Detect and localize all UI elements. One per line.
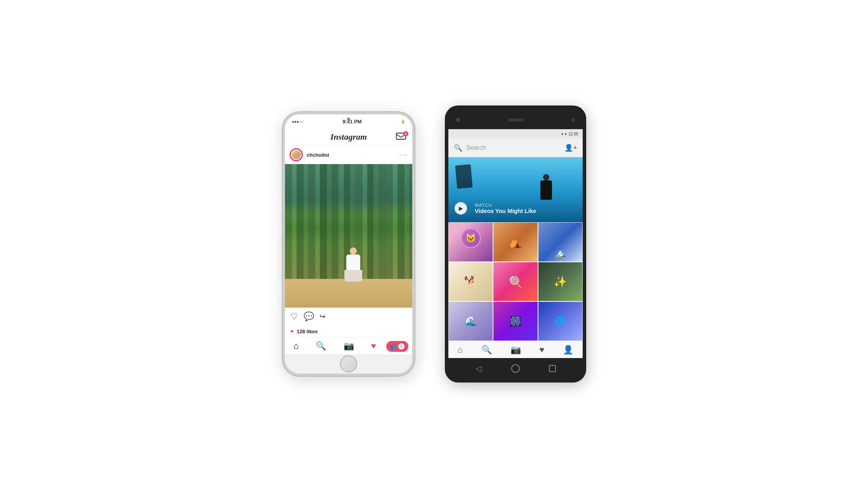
nav-search-button[interactable]: 🔍 bbox=[316, 341, 326, 351]
iphone-signal: ●●●○○ bbox=[292, 119, 304, 124]
post-more-button[interactable]: ··· bbox=[399, 151, 408, 159]
iphone-home-bar bbox=[285, 354, 412, 374]
iphone-home-button[interactable] bbox=[340, 355, 357, 372]
post-username: chchoitoi bbox=[307, 152, 396, 158]
android-time: 12:30 bbox=[568, 132, 578, 136]
share-button[interactable]: ↪ bbox=[319, 312, 325, 321]
nav-heart-button[interactable]: ♥ bbox=[371, 341, 376, 351]
grid-row-1: 🐱 ⛺ 🏔️ bbox=[448, 222, 583, 262]
iphone-power-btn bbox=[414, 169, 415, 192]
likes-heart: ♥ bbox=[290, 328, 293, 334]
android-device: ▾ ▾ 12:30 🔍 Search 👤+ ▶ bbox=[446, 106, 585, 382]
post-actions-bar: ♡ 💬 ↪ bbox=[285, 308, 412, 325]
iphone-vol-down-btn bbox=[283, 179, 283, 193]
inbox-badge: 2 bbox=[403, 131, 408, 137]
android-nav-profile[interactable]: 👤 bbox=[563, 345, 573, 355]
android-ig-nav: ⌂ 🔍 📷 ♥ 👤 bbox=[448, 341, 583, 358]
watch-play-button[interactable]: ▶ bbox=[455, 202, 467, 215]
android-nav-camera[interactable]: 📷 bbox=[510, 345, 521, 355]
follow-badge: 1 bbox=[398, 343, 404, 350]
iphone-vol-up-btn bbox=[283, 161, 283, 175]
grid-cell-6[interactable]: ✨ bbox=[538, 262, 583, 301]
watch-title-label: Videos You Might Like bbox=[475, 208, 536, 214]
android-signal-icon: ▾ bbox=[561, 132, 563, 136]
post-image bbox=[285, 164, 412, 308]
android-home-button[interactable] bbox=[510, 363, 521, 374]
grid-cell-7[interactable]: 🌊 bbox=[448, 301, 493, 341]
android-search-bar: 🔍 Search 👤+ bbox=[448, 138, 583, 157]
explore-grid: 🐱 ⛺ 🏔️ 🐕 🍭 bbox=[448, 222, 583, 341]
like-button[interactable]: ♡ bbox=[290, 311, 298, 322]
grid-cell-5[interactable]: 🍭 bbox=[493, 262, 538, 301]
home-icon bbox=[511, 364, 520, 373]
ig-header: Instagram 2 bbox=[285, 128, 412, 145]
grid-cell-4[interactable]: 🐕 bbox=[448, 262, 493, 301]
android-back-button[interactable]: ◁ bbox=[473, 363, 484, 374]
android-vol-btn bbox=[584, 148, 585, 175]
grid-cell-8[interactable]: 🎆 bbox=[493, 301, 538, 341]
android-camera bbox=[456, 118, 460, 122]
person-figure bbox=[342, 247, 365, 286]
video-person bbox=[536, 174, 556, 209]
iphone-battery: 🔋 bbox=[401, 119, 405, 124]
android-status-bar: ▾ ▾ 12:30 bbox=[448, 129, 583, 138]
android-nav-heart[interactable]: ♥ bbox=[539, 345, 544, 355]
android-speaker bbox=[508, 118, 523, 121]
grid-row-3: 🌊 🎆 🌐 bbox=[448, 301, 583, 341]
android-search-input[interactable]: Search bbox=[466, 144, 561, 151]
nav-camera-button[interactable]: 📷 bbox=[344, 341, 354, 351]
iphone-time: 9:41 PM bbox=[343, 119, 362, 125]
search-icon: 🔍 bbox=[454, 144, 462, 152]
android-recents-button[interactable] bbox=[547, 363, 558, 374]
post-user-row: chchoitoi ··· bbox=[285, 145, 412, 164]
watch-text: WATCH Videos You Might Like bbox=[475, 203, 536, 214]
grid-cell-9[interactable]: 🌐 bbox=[538, 301, 583, 341]
ig-logo: Instagram bbox=[301, 132, 396, 142]
iphone-camera bbox=[347, 118, 350, 121]
grid-cell-1[interactable]: 🐱 bbox=[448, 222, 493, 262]
iphone-status-bar: ●●●○○ 9:41 PM 🔋 bbox=[285, 114, 412, 128]
likes-count: 128 likes bbox=[297, 329, 318, 334]
iphone-screen: Instagram 2 chchoitoi ··· bbox=[285, 128, 412, 354]
cat-avatar: 🐱 bbox=[461, 228, 481, 248]
surfboard bbox=[455, 164, 472, 189]
watch-sub-label: WATCH bbox=[475, 203, 536, 208]
android-front-camera bbox=[571, 118, 575, 122]
android-status-icons: ▾ ▾ 12:30 bbox=[561, 132, 578, 136]
grid-row-2: 🐕 🍭 ✨ bbox=[448, 262, 583, 301]
android-bottom-bezel: ◁ bbox=[448, 358, 583, 379]
watch-label-row: ▶ WATCH Videos You Might Like bbox=[455, 202, 536, 215]
android-screen: 🔍 Search 👤+ ▶ WATCH Videos You Might Lik… bbox=[448, 138, 583, 358]
follow-icon: 👥 bbox=[390, 344, 396, 349]
android-nav-search[interactable]: 🔍 bbox=[481, 345, 492, 355]
follow-notification[interactable]: 👥 1 bbox=[386, 341, 408, 352]
iphone-device: ●●●○○ 9:41 PM 🔋 Instagram 2 bbox=[283, 112, 415, 376]
add-person-button[interactable]: 👤+ bbox=[564, 144, 577, 152]
android-top-bezel bbox=[448, 109, 583, 129]
grid-cell-3[interactable]: 🏔️ bbox=[538, 222, 583, 262]
likes-row: ♥ 128 likes bbox=[285, 325, 412, 337]
android-nav-home[interactable]: ⌂ bbox=[458, 345, 463, 355]
back-icon: ◁ bbox=[476, 364, 481, 373]
post-avatar[interactable] bbox=[290, 148, 303, 161]
iphone-mute-btn bbox=[283, 149, 283, 158]
ig-inbox-button[interactable]: 2 bbox=[396, 133, 407, 141]
android-wifi-icon: ▾ bbox=[565, 132, 567, 136]
comment-button[interactable]: 💬 bbox=[304, 311, 314, 322]
recents-icon bbox=[549, 365, 556, 372]
video-banner[interactable]: ▶ WATCH Videos You Might Like bbox=[448, 157, 583, 222]
scene: ●●●○○ 9:41 PM 🔋 Instagram 2 bbox=[0, 0, 868, 488]
nav-home-button[interactable]: ⌂ bbox=[293, 341, 299, 351]
grid-cell-2[interactable]: ⛺ bbox=[493, 222, 538, 262]
ig-post: chchoitoi ··· ♡ 💬 bbox=[285, 145, 412, 337]
